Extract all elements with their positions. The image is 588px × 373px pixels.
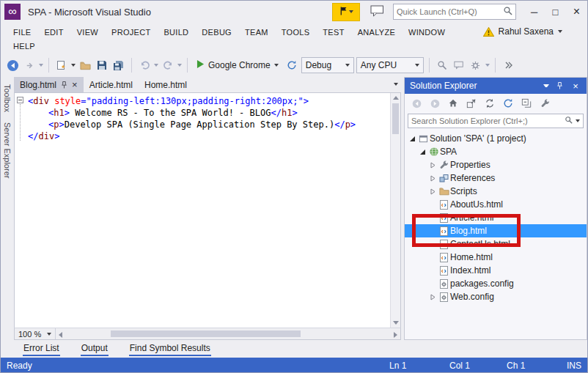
undo-dropdown-caret-icon[interactable] — [154, 64, 158, 67]
menu-item-analyze[interactable]: ANALYZE — [351, 28, 402, 37]
window-position-caret-icon[interactable] — [543, 84, 549, 87]
menu-item-test[interactable]: TEST — [316, 28, 350, 37]
solution-search-input[interactable] — [411, 117, 562, 125]
open-file-button[interactable] — [78, 57, 92, 73]
tab-article-html[interactable]: Article.html — [84, 77, 139, 92]
maximize-button[interactable]: □ — [545, 3, 566, 21]
pin-icon[interactable] — [61, 81, 67, 89]
solution-platforms-combo[interactable]: Any CPU — [356, 57, 424, 73]
tree-item-references[interactable]: References — [405, 171, 587, 185]
minimize-button[interactable]: ─ — [523, 3, 545, 21]
back-icon[interactable] — [410, 97, 423, 110]
menu-item-help[interactable]: HELP — [7, 42, 42, 51]
fold-collapse-icon[interactable] — [17, 97, 23, 103]
refresh-button[interactable] — [284, 57, 299, 73]
new-item-dropdown-caret-icon[interactable] — [71, 64, 76, 67]
signed-in-user[interactable]: Rahul Saxena — [483, 26, 562, 37]
tree-item-contactus-html[interactable]: ContactUs.html — [405, 237, 587, 251]
horizontal-scrollbar[interactable] — [56, 328, 400, 339]
properties-icon[interactable] — [538, 97, 551, 110]
solution-explorer-header[interactable]: Solution Explorer × — [405, 78, 587, 94]
sync-icon[interactable] — [483, 97, 496, 110]
tab-close-icon[interactable]: × — [72, 80, 78, 89]
tree-item-solution-spa-1-project[interactable]: Solution 'SPA' (1 project) — [405, 132, 587, 145]
navigate-back-button[interactable] — [5, 57, 20, 73]
feedback-chat-button[interactable] — [370, 5, 384, 19]
new-item-button[interactable] — [54, 57, 69, 73]
menu-item-debug[interactable]: DEBUG — [195, 28, 238, 37]
scroll-left-icon[interactable] — [59, 332, 62, 338]
code-line[interactable]: <div style="padding-left:130px;padding-r… — [28, 95, 389, 107]
save-all-button[interactable] — [111, 57, 126, 73]
quick-launch-input[interactable] — [397, 7, 503, 16]
menu-item-tools[interactable]: TOOLS — [275, 28, 317, 37]
tree-item-home-html[interactable]: Home.html — [405, 251, 587, 264]
code-content[interactable]: <div style="padding-left:130px;padding-r… — [28, 95, 389, 142]
search-options-caret-icon[interactable] — [576, 119, 580, 122]
start-debugging-button[interactable]: Google Chrome — [193, 57, 282, 73]
close-button[interactable]: × — [566, 3, 587, 21]
comment-button[interactable] — [452, 57, 466, 73]
menu-item-build[interactable]: BUILD — [157, 28, 195, 37]
menu-item-edit[interactable]: EDIT — [37, 28, 70, 37]
save-button[interactable] — [95, 57, 109, 73]
menu-item-view[interactable]: VIEW — [70, 28, 105, 37]
collapse-icon[interactable] — [520, 97, 533, 110]
close-panel-icon[interactable]: × — [570, 81, 581, 92]
options-button[interactable] — [468, 57, 483, 73]
undo-button[interactable] — [137, 57, 152, 73]
collapse-arrow-icon[interactable] — [408, 136, 417, 142]
forward-icon[interactable] — [428, 97, 441, 110]
toolbar-group-caret-icon[interactable] — [485, 64, 490, 67]
vertical-scrollbar[interactable] — [390, 93, 400, 328]
tab-blog-html[interactable]: Blog.html× — [14, 77, 84, 92]
code-line[interactable]: <h1> Welcome RS - To the SPA World! - BL… — [28, 107, 389, 119]
side-tab-toolbox[interactable]: Toolbox — [3, 84, 12, 112]
bottom-tab-find-symbol-results[interactable]: Find Symbol Results — [129, 341, 211, 356]
code-editor[interactable]: <div style="padding-left:130px;padding-r… — [14, 92, 401, 328]
scroll-down-icon[interactable] — [393, 321, 399, 325]
navigation-dropdown-caret-icon[interactable] — [39, 64, 43, 67]
code-line[interactable]: </div> — [28, 130, 389, 142]
solution-configurations-combo[interactable]: Debug — [301, 57, 354, 73]
tab-list-caret-icon[interactable] — [394, 83, 398, 86]
menu-item-window[interactable]: WINDOW — [402, 28, 452, 37]
search-icon[interactable] — [565, 116, 573, 126]
navigate-forward-button[interactable] — [22, 57, 37, 73]
tree-item-packages-config[interactable]: packages.config — [405, 277, 587, 290]
tree-item-blog-html[interactable]: Blog.html — [405, 224, 587, 237]
expand-arrow-icon[interactable] — [428, 188, 438, 195]
search-icon[interactable] — [503, 6, 512, 18]
scroll-right-icon[interactable] — [394, 332, 397, 338]
feedback-flag-button[interactable] — [332, 3, 360, 21]
side-tab-server-explorer[interactable]: Server Explorer — [3, 122, 12, 178]
tab-home-html[interactable]: Home.html — [139, 77, 193, 92]
horizontal-scroll-thumb[interactable] — [111, 330, 301, 337]
tree-item-properties[interactable]: Properties — [405, 158, 587, 171]
tree-item-index-html[interactable]: Index.html — [405, 264, 587, 277]
scope-icon[interactable] — [465, 97, 478, 110]
tree-item-article-html[interactable]: Article.html — [405, 211, 587, 224]
tree-item-aboutus-html[interactable]: AboutUs.html — [405, 198, 587, 211]
tree-item-spa[interactable]: SPA — [405, 145, 587, 158]
redo-button[interactable] — [161, 57, 175, 73]
menu-item-file[interactable]: FILE — [7, 28, 37, 37]
expand-arrow-icon[interactable] — [428, 294, 438, 300]
menu-item-team[interactable]: TEAM — [238, 28, 275, 37]
expand-arrow-icon[interactable] — [428, 175, 438, 182]
scroll-up-icon[interactable] — [393, 96, 399, 100]
find-in-files-button[interactable] — [435, 57, 449, 73]
code-line[interactable]: <p>Develop SPA (Single Page Application … — [28, 119, 389, 130]
pin-icon[interactable] — [554, 81, 565, 90]
redo-dropdown-caret-icon[interactable] — [177, 64, 182, 67]
tree-item-scripts[interactable]: Scripts — [405, 185, 587, 198]
vertical-scroll-thumb[interactable] — [392, 103, 399, 134]
home-icon[interactable] — [446, 97, 460, 110]
zoom-combo[interactable]: 100 % — [15, 328, 56, 339]
bottom-tab-error-list[interactable]: Error List — [23, 341, 60, 356]
expand-arrow-icon[interactable] — [428, 162, 438, 169]
toolbar-overflow-button[interactable] — [501, 57, 515, 73]
refresh-icon[interactable] — [501, 97, 515, 110]
tree-item-web-config[interactable]: Web.config — [405, 290, 587, 303]
collapse-arrow-icon[interactable] — [418, 149, 427, 155]
